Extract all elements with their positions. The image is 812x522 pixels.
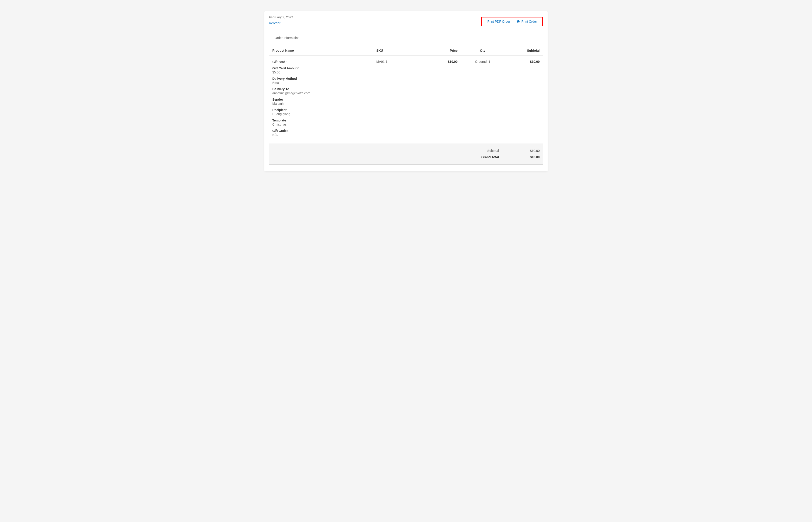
recipient-label: Recipient <box>272 108 370 112</box>
col-qty: Qty <box>461 49 504 56</box>
gift-codes-label: Gift Codes <box>272 129 370 133</box>
detail-sender: Sender Mai anh <box>272 98 370 105</box>
recipient-value: Huong giang <box>272 112 370 116</box>
tabs: Order Information Product Name SKU Price… <box>269 33 543 164</box>
subtotal-row: Subtotal $10.00 <box>272 147 540 154</box>
grand-total-row: Grand Total $10.00 <box>272 154 540 160</box>
cell-qty: Ordered: 1 <box>461 56 504 144</box>
grand-total-label: Grand Total <box>472 155 499 159</box>
col-product-name: Product Name <box>269 49 373 56</box>
order-date: February 9, 2022 <box>269 15 293 19</box>
order-totals: Subtotal $10.00 Grand Total $10.00 <box>269 143 543 164</box>
order-content: Product Name SKU Price Qty Subtotal Gift… <box>269 42 543 164</box>
product-name: Gift card 1 <box>272 60 370 64</box>
table-header-row: Product Name SKU Price Qty Subtotal <box>269 49 543 56</box>
delivery-to-label: Delivery To <box>272 87 370 91</box>
gift-card-amount-value: $5.00 <box>272 71 370 74</box>
cell-subtotal: $10.00 <box>504 56 543 144</box>
cell-product: Gift card 1 Gift Card Amount $5.00 Deliv… <box>269 56 373 144</box>
print-pdf-label: Print PDF Order <box>487 20 510 23</box>
order-header: February 9, 2022 Reorder Print PDF Order… <box>269 15 543 26</box>
reorder-link[interactable]: Reorder <box>269 21 293 25</box>
detail-recipient: Recipient Huong giang <box>272 108 370 116</box>
table-row: Gift card 1 Gift Card Amount $5.00 Deliv… <box>269 56 543 144</box>
col-price: Price <box>422 49 461 56</box>
detail-delivery-method: Delivery Method Email <box>272 77 370 84</box>
col-subtotal: Subtotal <box>504 49 543 56</box>
print-order-label: Print Order <box>522 20 537 23</box>
cell-sku: MA01-1 <box>373 56 422 144</box>
delivery-to-value: anhdtm1@mageplaza.com <box>272 91 370 95</box>
print-order-link[interactable]: Print Order <box>517 20 537 23</box>
delivery-method-label: Delivery Method <box>272 77 370 80</box>
detail-gift-card-amount: Gift Card Amount $5.00 <box>272 66 370 74</box>
print-actions-highlight: Print PDF Order Print Order <box>481 17 543 26</box>
subtotal-label: Subtotal <box>472 149 499 153</box>
order-card: February 9, 2022 Reorder Print PDF Order… <box>264 11 548 172</box>
print-pdf-order-link[interactable]: Print PDF Order <box>487 20 510 23</box>
order-items-table: Product Name SKU Price Qty Subtotal Gift… <box>269 49 543 143</box>
grand-total-value: $10.00 <box>522 155 540 159</box>
tab-order-information[interactable]: Order Information <box>269 33 305 42</box>
gift-card-amount-label: Gift Card Amount <box>272 66 370 70</box>
delivery-method-value: Email <box>272 81 370 84</box>
template-label: Template <box>272 119 370 122</box>
sender-value: Mai anh <box>272 102 370 105</box>
printer-icon <box>517 20 520 23</box>
detail-gift-codes: Gift Codes N/A <box>272 129 370 137</box>
detail-delivery-to: Delivery To anhdtm1@mageplaza.com <box>272 87 370 95</box>
detail-template: Template Christmas <box>272 119 370 126</box>
sender-label: Sender <box>272 98 370 101</box>
template-value: Christmas <box>272 123 370 126</box>
subtotal-value: $10.00 <box>522 149 540 153</box>
gift-codes-value: N/A <box>272 133 370 137</box>
cell-price: $10.00 <box>422 56 461 144</box>
header-left: February 9, 2022 Reorder <box>269 15 293 25</box>
col-sku: SKU <box>373 49 422 56</box>
